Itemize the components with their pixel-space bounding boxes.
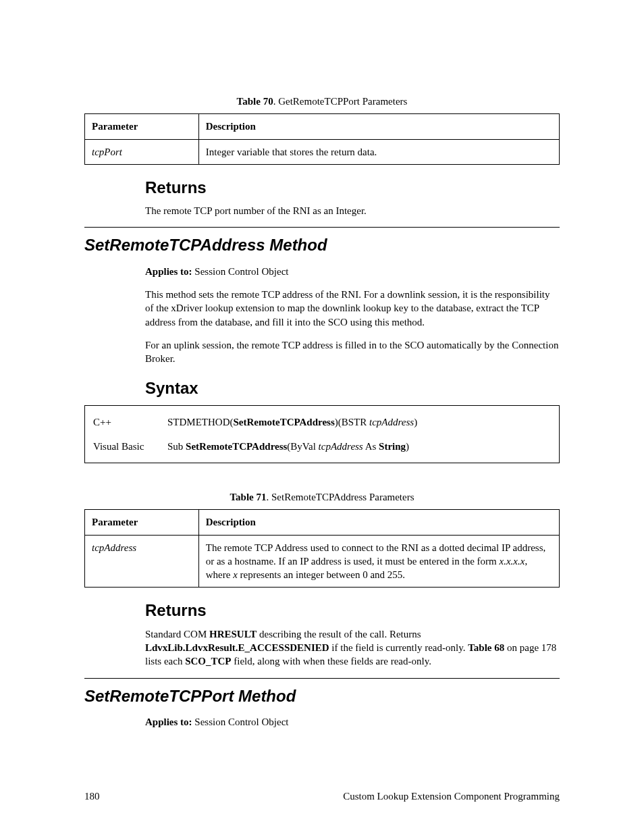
table71-desc-e: represents an integer between 0 and 255.	[238, 569, 405, 580]
syntax-cpp-row: C++ STDMETHOD(SetRemoteTCPAddress)(BSTR …	[93, 415, 551, 429]
returns2-i: field, along with when these fields are …	[232, 656, 431, 667]
returns1-text: The remote TCP port number of the RNI as…	[145, 204, 560, 217]
syntax-cpp-post: )	[414, 417, 417, 427]
method2-heading: SetRemoteTCPPort Method	[84, 685, 560, 707]
syntax-cpp-label: C++	[93, 415, 167, 429]
table70-header-param: Parameter	[85, 114, 199, 139]
returns2-text: Standard COM HRESULT describing the resu…	[145, 627, 560, 669]
syntax-vb-arg: tcpAddress	[319, 441, 363, 452]
table71-header-desc: Description	[198, 510, 559, 535]
table70-desc: Integer variable that stores the return …	[198, 139, 559, 164]
table71: Parameter Description tcpAddress The rem…	[84, 509, 560, 588]
syntax-vb-mid1: (ByVal	[287, 441, 318, 452]
method1-applies-value: Session Control Object	[192, 266, 289, 277]
table71-caption: Table 71. SetRemoteTCPAddress Parameters	[84, 490, 560, 504]
table71-desc-b: x.x.x.x	[499, 556, 525, 567]
method1-para2: For an uplink session, the remote TCP ad…	[145, 338, 560, 366]
syntax-heading: Syntax	[145, 377, 560, 399]
method2-applies-value: Session Control Object	[192, 716, 289, 727]
syntax-vb-pre1: Sub	[167, 441, 186, 452]
syntax-box: C++ STDMETHOD(SetRemoteTCPAddress)(BSTR …	[84, 405, 560, 464]
table70-caption-text: . GetRemoteTCPPort Parameters	[273, 96, 408, 107]
table-row: tcpPort Integer variable that stores the…	[85, 139, 560, 164]
table70-caption: Table 70. GetRemoteTCPPort Parameters	[84, 95, 560, 108]
table71-desc: The remote TCP Address used to connect t…	[198, 535, 559, 588]
syntax-vb-method: SetRemoteTCPAddress	[186, 441, 287, 452]
table71-caption-label: Table 71	[230, 492, 266, 502]
syntax-vb-row: Visual Basic Sub SetRemoteTCPAddress(ByV…	[93, 440, 551, 453]
divider	[84, 678, 560, 679]
syntax-vb-type: String	[379, 441, 406, 452]
method1-applies: Applies to: Session Control Object	[145, 265, 560, 278]
divider	[84, 227, 560, 228]
method2-applies-label: Applies to:	[145, 716, 192, 727]
syntax-cpp-arg: tcpAddress	[369, 417, 414, 427]
returns2-b: HRESULT	[209, 629, 257, 640]
table70-caption-label: Table 70	[237, 96, 273, 107]
returns2-heading: Returns	[145, 600, 560, 621]
syntax-vb-mid2: As	[363, 441, 379, 452]
returns2-a: Standard COM	[145, 629, 209, 640]
page-footer: 180 Custom Lookup Extension Component Pr…	[84, 789, 560, 803]
table71-desc-d: x	[233, 569, 238, 580]
method1-para1: This method sets the remote TCP address …	[145, 288, 560, 329]
syntax-vb-post: )	[406, 441, 409, 452]
table71-caption-text: . SetRemoteTCPAddress Parameters	[267, 492, 414, 502]
returns2-h: SCO_TCP	[185, 656, 231, 667]
method1-heading: SetRemoteTCPAddress Method	[84, 234, 560, 256]
returns2-e: if the field is currently read-only.	[329, 642, 468, 653]
syntax-cpp-mid: )(BSTR	[335, 417, 369, 427]
table71-param: tcpAddress	[85, 535, 199, 588]
method2-applies: Applies to: Session Control Object	[145, 715, 560, 729]
table-row: tcpAddress The remote TCP Address used t…	[85, 535, 560, 588]
table71-header-param: Parameter	[85, 510, 199, 535]
table70-header-desc: Description	[198, 114, 559, 139]
table70-param: tcpPort	[85, 139, 199, 164]
syntax-vb-sig: Sub SetRemoteTCPAddress(ByVal tcpAddress…	[167, 440, 551, 453]
footer-title: Custom Lookup Extension Component Progra…	[343, 789, 560, 803]
syntax-cpp-sig: STDMETHOD(SetRemoteTCPAddress)(BSTR tcpA…	[167, 415, 551, 429]
table71-desc-a: The remote TCP Address used to connect t…	[206, 542, 546, 567]
syntax-cpp-pre: STDMETHOD(	[167, 417, 234, 427]
syntax-cpp-method: SetRemoteTCPAddress	[234, 417, 335, 427]
returns2-c: describing the result of the call. Retur…	[257, 629, 421, 640]
returns1-heading: Returns	[145, 177, 560, 199]
returns2-d: LdvxLib.LdvxResult.E_ACCESSDENIED	[145, 642, 329, 653]
syntax-vb-label: Visual Basic	[93, 440, 167, 453]
method1-applies-label: Applies to:	[145, 266, 192, 277]
page-number: 180	[84, 789, 100, 803]
table70: Parameter Description tcpPort Integer va…	[84, 113, 560, 165]
returns2-f: Table 68	[468, 642, 504, 653]
